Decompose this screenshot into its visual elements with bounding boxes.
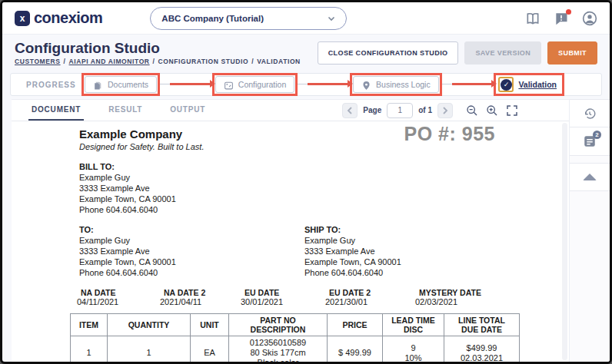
doc-dates-row: NA DATE 04/11/2021 NA DATE 2 2021/04/11 …: [77, 288, 481, 306]
page-navigation: Page of 1: [342, 103, 518, 118]
fullscreen-icon[interactable]: [506, 104, 518, 117]
close-configuration-studio-button[interactable]: CLOSE CONFIGURATION STUDIO: [318, 41, 459, 65]
breadcrumb: CUSTOMERS/AIAPI AND AIMONITOR/CONFIGURAT…: [15, 58, 301, 65]
collapse-button[interactable]: [570, 163, 610, 191]
annotation-box-documents: Documents: [81, 73, 160, 96]
progress-step-validation[interactable]: ✓ Validation: [497, 76, 561, 93]
breadcrumb-aiapi[interactable]: AIAPI AND AIMONITOR: [69, 58, 150, 65]
company-selector-value: ABC Company (Tutorial): [161, 14, 264, 23]
doc-date: NA DATE 04/11/2021: [77, 288, 160, 306]
doc-bill-to: BILL TO: Example Guy 3333 Example Ave Ex…: [79, 161, 176, 215]
user-avatar-icon[interactable]: [582, 11, 597, 26]
breadcrumb-customers[interactable]: CUSTOMERS: [15, 58, 61, 65]
history-button[interactable]: [570, 99, 610, 127]
progress-step-label: Configuration: [238, 80, 286, 89]
business-logic-icon: [361, 80, 371, 90]
doc-tagline: Designed for Safety. Built to Last.: [79, 142, 204, 151]
zoom-in-icon[interactable]: [486, 104, 498, 117]
previous-page-button[interactable]: [342, 103, 358, 118]
page-count-label: of 1: [418, 106, 432, 114]
right-sidebar: 2: [569, 99, 610, 362]
docs-book-icon[interactable]: [525, 11, 540, 26]
progress-step-business-logic[interactable]: Business Logic: [353, 76, 439, 93]
chevron-right-icon: [441, 107, 449, 114]
progress-label: PROGRESS: [26, 81, 81, 89]
next-page-button[interactable]: [437, 103, 453, 118]
doc-ship-to: SHIP TO: Example Guy 3333 Example Ave Ex…: [304, 224, 401, 278]
progress-arrow-2: [298, 79, 350, 90]
viewer-toolbar: DOCUMENT RESULT OUTPUT Page of 1: [12, 100, 569, 121]
tab-output[interactable]: OUTPUT: [167, 100, 208, 121]
top-bar-icons: [525, 11, 597, 26]
progress-step-label: Documents: [108, 80, 148, 89]
progress-arrow-1: [160, 79, 212, 90]
save-version-button[interactable]: SAVE VERSION: [464, 41, 541, 65]
submit-button[interactable]: SUBMIT: [547, 41, 597, 65]
history-icon: [583, 107, 597, 121]
page-header: Configuration Studio CUSTOMERS/AIAPI AND…: [2, 35, 610, 71]
annotation-box-validation: ✓ Validation: [494, 73, 564, 96]
conexiom-logo-text: conexiom: [34, 9, 102, 27]
breadcrumb-config-studio: CONFIGURATION STUDIO: [158, 58, 249, 65]
tab-result[interactable]: RESULT: [105, 100, 145, 121]
notification-dot: [566, 9, 571, 15]
doc-date: EU DATE 30/01/2021: [241, 288, 325, 306]
page-number-input[interactable]: [387, 103, 413, 118]
chevron-left-icon: [346, 107, 354, 114]
viewer-tabs: DOCUMENT RESULT OUTPUT: [28, 100, 230, 121]
company-selector[interactable]: ABC Company (Tutorial): [150, 7, 347, 30]
breadcrumb-validation: VALIDATION: [257, 58, 301, 65]
annotation-box-configuration: Configuration: [212, 73, 298, 96]
top-bar: x conexiom ABC Company (Tutorial): [2, 2, 610, 35]
progress-step-documents[interactable]: Documents: [85, 76, 157, 93]
table-row: 1 1 EA 012356010589 80 Skis 177cm Black …: [71, 336, 520, 362]
doc-po-number: PO #: 955: [404, 123, 495, 145]
page-title: Configuration Studio: [15, 41, 301, 56]
doc-date: EU DATE 2 2021/30/01: [325, 288, 415, 306]
progress-arrow-3: [442, 79, 494, 90]
tab-document[interactable]: DOCUMENT: [28, 100, 84, 121]
configuration-icon: [224, 80, 234, 90]
conexiom-logo: x conexiom: [15, 9, 102, 27]
feedback-icon[interactable]: [554, 11, 569, 26]
annotation-box-business-logic: Business Logic: [350, 73, 442, 96]
conexiom-logo-icon: x: [15, 11, 30, 26]
triangle-icon: [583, 174, 597, 180]
progress-bar: PROGRESS Documents Configuration: [10, 73, 602, 96]
validation-icon: ✓: [498, 77, 514, 92]
table-header-row: ITEM QUANTITY UNIT PART NO DESCRIPTION P…: [71, 314, 520, 336]
document-viewer: DOCUMENT RESULT OUTPUT Page of 1: [12, 99, 569, 362]
progress-step-configuration[interactable]: Configuration: [215, 76, 294, 93]
page-label: Page: [363, 106, 381, 114]
chevron-down-icon: [328, 15, 335, 22]
app-window: x conexiom ABC Company (Tutorial) Config…: [0, 0, 612, 364]
header-actions: CLOSE CONFIGURATION STUDIO SAVE VERSION …: [318, 41, 597, 65]
notes-badge: 2: [593, 131, 601, 139]
doc-company-name: Example Company: [79, 127, 182, 141]
document-page: Example Company Designed for Safety. Bui…: [12, 121, 569, 362]
doc-date: NA DATE 2 2021/04/11: [160, 288, 241, 306]
doc-line-items-table: ITEM QUANTITY UNIT PART NO DESCRIPTION P…: [70, 313, 520, 362]
progress-step-label: Validation: [518, 80, 557, 89]
progress-step-label: Business Logic: [376, 80, 431, 89]
zoom-out-icon[interactable]: [466, 104, 478, 117]
viewer-scrollbar[interactable]: [562, 123, 567, 360]
notes-button[interactable]: 2: [570, 127, 610, 156]
doc-date: MYSTERY DATE 02/03/2021: [415, 288, 481, 306]
documents-icon: [93, 80, 103, 90]
doc-to: TO: Example Guy 3333 Example Ave Example…: [79, 224, 176, 278]
